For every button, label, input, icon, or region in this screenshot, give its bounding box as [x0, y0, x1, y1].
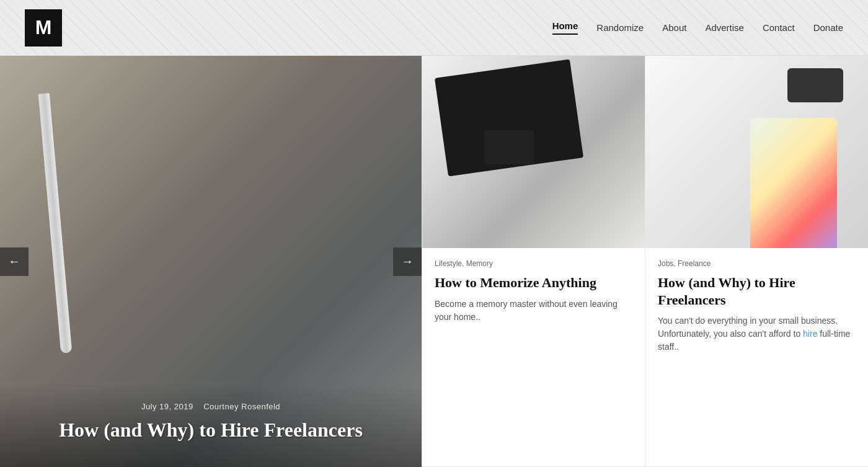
article-card-1: Lifestyle, Memory How to Memorize Anythi…	[422, 56, 645, 467]
hero-meta: July 19, 2019 Courtney Rosenfeld	[37, 402, 384, 411]
site-logo[interactable]: M	[25, 9, 62, 47]
card-2-body: Jobs, Freelance How (and Why) to Hire Fr…	[645, 248, 868, 466]
card-1-image-placeholder	[422, 56, 645, 248]
nav-about[interactable]: About	[662, 22, 686, 33]
card-1-image	[422, 56, 645, 248]
site-header: M Home Randomize About Advertise Contact…	[0, 0, 868, 56]
article-card-2: Jobs, Freelance How (and Why) to Hire Fr…	[645, 56, 868, 467]
card-1-categories: Lifestyle, Memory	[435, 259, 632, 268]
main-content: ← → July 19, 2019 Courtney Rosenfeld How…	[0, 56, 868, 467]
card-2-hire-link[interactable]: hire	[803, 329, 817, 339]
card-1-body: Lifestyle, Memory How to Memorize Anythi…	[422, 248, 645, 466]
hero-date: July 19, 2019	[141, 402, 193, 411]
nav-donate[interactable]: Donate	[813, 22, 843, 33]
card-2-image-placeholder	[645, 56, 868, 248]
card-2-excerpt: You can't do everything in your small bu…	[658, 314, 856, 354]
card-1-title[interactable]: How to Memorize Anything	[435, 274, 632, 291]
card-2-image	[645, 56, 868, 248]
hero-slider: ← → July 19, 2019 Courtney Rosenfeld How…	[0, 56, 422, 467]
article-cards: Lifestyle, Memory How to Memorize Anythi…	[422, 56, 868, 467]
nav-home[interactable]: Home	[552, 20, 578, 35]
main-nav: Home Randomize About Advertise Contact D…	[552, 20, 843, 35]
hero-overlay: July 19, 2019 Courtney Rosenfeld How (an…	[0, 383, 422, 467]
hero-title[interactable]: How (and Why) to Hire Freelancers	[37, 417, 384, 442]
slider-next-button[interactable]: →	[393, 247, 422, 276]
nav-advertise[interactable]: Advertise	[705, 22, 744, 33]
nav-contact[interactable]: Contact	[763, 22, 795, 33]
card-2-title[interactable]: How (and Why) to Hire Freelancers	[658, 274, 856, 308]
slider-prev-button[interactable]: ←	[0, 247, 29, 276]
hero-author: Courtney Rosenfeld	[203, 402, 280, 411]
nav-randomize[interactable]: Randomize	[596, 22, 644, 33]
card-1-excerpt: Become a memory master without even leav…	[435, 298, 632, 324]
card-2-categories: Jobs, Freelance	[658, 259, 856, 268]
